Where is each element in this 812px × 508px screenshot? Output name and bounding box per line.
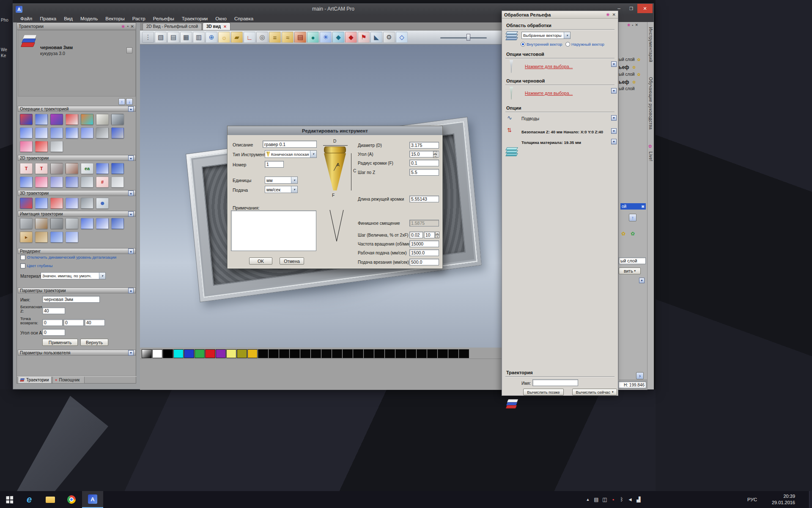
toolbar-grip[interactable]: ⋮ [142,32,154,43]
swatch-black[interactable] [300,349,310,358]
roughing-select-link[interactable]: Нажмите для выбора... [525,91,573,96]
swatch-black[interactable] [332,349,342,358]
zoom-icon[interactable]: ⊕ [206,32,217,43]
swatch-white[interactable] [152,349,162,358]
drape-relief-icon[interactable]: ▰ [231,32,243,43]
swatch-black[interactable] [417,349,427,358]
tray-bluetooth-icon[interactable]: ᛒ [617,497,626,502]
layer-name-box[interactable]: ый слой [619,257,646,264]
tp2d-spiral-icon[interactable] [96,163,109,174]
collapse-icon[interactable]: ▲ [128,288,134,293]
calculate-later-button[interactable]: Вычислить позже [523,389,564,395]
swatch-red[interactable] [205,349,215,358]
tp2d-extra-icon[interactable] [111,177,124,188]
desktop-icon-label[interactable]: Pho [1,18,8,22]
mitem-item[interactable]: Правка [36,16,60,22]
op-simulate-icon[interactable] [66,114,78,125]
tp2d-inlay-icon[interactable] [81,177,93,188]
op-summary-icon[interactable] [96,114,109,125]
swatch-black[interactable] [279,349,289,358]
sim-cubes-icon[interactable] [50,232,63,243]
smooth-relief-icon[interactable]: ≈ [282,32,294,43]
desktop-icon-label[interactable]: We [1,47,7,52]
tp3d-finish-icon[interactable] [35,198,48,209]
op-recalc-icon[interactable] [35,114,48,125]
section-2d-toolpaths[interactable]: 2D траектории▲ [18,155,136,161]
a-axis-input[interactable]: 0 [42,329,65,336]
zoom-slider[interactable] [440,36,487,40]
tray-display-icon[interactable]: ◫ [601,497,609,502]
layer-row[interactable]: ый слой✿ [619,72,640,77]
swatch-black[interactable] [374,349,384,358]
layer-row[interactable]: ый слой [619,86,635,91]
tp3d-rough-icon[interactable] [20,198,33,209]
stepover-percent-input[interactable]: 10 [424,232,435,238]
op-gray-icon[interactable] [96,127,109,138]
tp3d-inspect-icon[interactable]: ⊕ [96,198,109,209]
dialog-titlebar[interactable]: Редактировать инструмент [228,126,442,135]
close-button[interactable]: ✕ [637,4,653,13]
diamond-outline-icon[interactable]: ◇ [396,32,408,43]
relief-layer-icon[interactable]: ≡ [269,32,281,43]
tp2d-grid-icon[interactable]: # [96,177,109,188]
sim-saw-icon[interactable] [35,218,48,229]
options-gear-icon[interactable]: ⚙ [383,32,395,43]
swatch-black[interactable] [290,349,300,358]
swatch-black[interactable] [427,349,437,358]
cutter-pin-icon[interactable]: ⚑ [358,32,370,43]
maximize-button[interactable]: ❐ [625,4,637,13]
panel-close-icon[interactable]: ✕ [635,23,638,27]
tp3d-zlevel-icon[interactable] [50,198,63,209]
op-tray1-icon[interactable] [20,127,33,138]
mitem-item[interactable]: Векторы [102,16,128,22]
mitem-item[interactable]: Справка [230,16,257,22]
swatch-black[interactable] [395,349,406,358]
tp2d-peck-icon[interactable] [66,163,78,174]
mitem-item[interactable]: Модель [77,16,102,22]
swatch-black[interactable] [343,349,353,358]
toolpath-name[interactable]: черновая 3мм [40,45,73,50]
swatch-black[interactable] [321,349,332,358]
view-cube-back-icon[interactable]: ▥ [193,32,205,43]
feed-units-dropdown[interactable]: мм/сек▾ [265,186,298,193]
tp3d-cut-icon[interactable] [66,198,78,209]
op-misc-icon[interactable] [50,141,63,152]
collapse-icon[interactable]: ▲ [128,106,134,112]
clock[interactable]: 20:39 29.01.2016 [772,493,795,506]
vtab-toolbox[interactable]: Инструментарий [648,27,653,62]
swatch-primary[interactable] [142,349,152,358]
light-icon[interactable]: ☼ [218,32,230,43]
rotate-view-icon[interactable]: ◎ [256,32,268,43]
tool-type-dropdown[interactable]: Коническая плоская▾ [265,150,317,158]
panel-close-icon[interactable]: ✕ [612,12,616,17]
notes-textarea[interactable] [231,210,316,251]
stepover-spinner[interactable]: ▴▾ [435,232,439,238]
sim-save-icon[interactable] [111,218,124,229]
sim-blue2-icon[interactable] [96,218,109,229]
tp2d-drill-icon[interactable] [50,163,63,174]
outer-vector-radio[interactable]: Наружный вектор [565,42,604,47]
op-new-toolpath-icon[interactable] [20,114,33,125]
mitem-item[interactable]: Вид [60,16,77,22]
toolpath-tool[interactable]: кукуруза 3.0 [40,51,65,56]
section-simulation[interactable]: Имитация траектории▲ [18,211,136,217]
calculate-now-button[interactable]: Вычислить сейчас▾ [572,389,617,395]
tray-keyboard-icon[interactable]: ▤ [592,497,601,502]
home-z-input[interactable]: 40 [85,319,105,326]
collapse-icon[interactable]: ▼ [611,139,617,144]
tp2d-pocket-icon[interactable] [20,177,33,188]
swatch-black[interactable] [438,349,448,358]
toolpath-lock-icon[interactable] [126,47,132,53]
section-toolpath-operations[interactable]: Операции с траекторией▲ [18,106,136,112]
weave-icon[interactable]: ◆ [332,32,344,43]
home-y-input[interactable]: 0 [63,319,84,326]
tray-expand-icon[interactable]: ▲ [584,497,592,502]
add-layer-button[interactable]: вить▾ [619,268,641,274]
collapse-icon[interactable]: ▼ [639,278,645,283]
origin-axes-icon[interactable]: ∟ [244,32,255,43]
swatch-black[interactable] [448,349,458,358]
op-batch-icon[interactable] [81,114,93,125]
swatch-black[interactable] [269,349,279,358]
tp2d-profile-icon[interactable]: T [20,163,33,174]
op-grid-pink-icon[interactable] [20,141,33,152]
